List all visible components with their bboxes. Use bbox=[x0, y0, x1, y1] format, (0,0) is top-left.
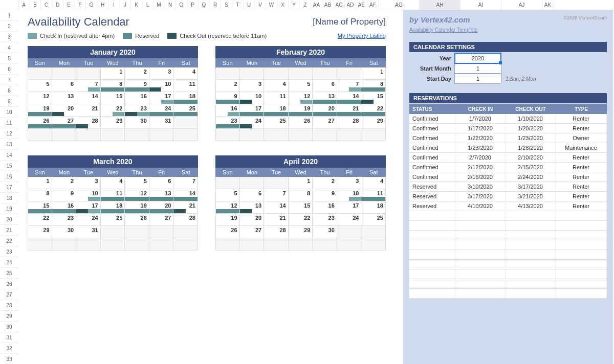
day-cell[interactable]: 23 bbox=[313, 214, 337, 226]
day-cell[interactable]: 1 bbox=[101, 67, 125, 80]
day-cell[interactable]: 8 bbox=[28, 189, 52, 201]
day-cell[interactable]: 14 bbox=[264, 201, 289, 214]
row-header-19[interactable]: 19 bbox=[0, 203, 18, 214]
day-cell[interactable]: 4 bbox=[101, 177, 125, 189]
reservation-row[interactable]: Confirmed1/7/20201/10/2020Renter bbox=[409, 114, 607, 124]
property-listing-link[interactable]: My Property Listing bbox=[338, 33, 386, 39]
reservation-row[interactable]: Reserved3/17/20203/21/2020Renter bbox=[409, 192, 607, 201]
day-cell[interactable] bbox=[173, 238, 198, 251]
row-header-11[interactable]: 11 bbox=[0, 118, 18, 128]
day-cell[interactable]: 17 bbox=[76, 201, 101, 214]
day-cell[interactable]: 5 bbox=[289, 80, 313, 92]
row-header-8[interactable]: 8 bbox=[0, 85, 18, 96]
reservation-row[interactable]: Confirmed2/12/20202/15/2020Renter bbox=[409, 163, 607, 172]
day-cell[interactable]: 11 bbox=[361, 189, 386, 201]
column-header-W[interactable]: W bbox=[266, 0, 277, 10]
column-header-O[interactable]: O bbox=[176, 0, 187, 10]
day-cell[interactable]: 21 bbox=[337, 104, 362, 117]
day-cell[interactable]: 19 bbox=[215, 214, 240, 226]
column-header-AK[interactable]: AK bbox=[542, 0, 554, 10]
day-cell[interactable] bbox=[337, 67, 362, 80]
day-cell[interactable]: 23 bbox=[52, 214, 77, 226]
day-cell[interactable] bbox=[28, 129, 52, 141]
row-header-12[interactable]: 12 bbox=[0, 128, 18, 139]
day-cell[interactable]: 30 bbox=[313, 226, 337, 238]
day-cell[interactable]: 23 bbox=[215, 117, 240, 129]
day-cell[interactable]: 26 bbox=[289, 117, 313, 129]
day-cell[interactable] bbox=[149, 129, 174, 141]
column-header-AB[interactable]: AB bbox=[322, 0, 334, 10]
day-cell[interactable]: 26 bbox=[28, 117, 52, 129]
day-cell[interactable]: 27 bbox=[240, 226, 265, 238]
column-header-N[interactable]: N bbox=[165, 0, 176, 10]
day-cell[interactable]: 12 bbox=[28, 92, 52, 104]
day-cell[interactable]: 2 bbox=[313, 177, 337, 189]
day-cell[interactable]: 13 bbox=[313, 92, 337, 104]
day-cell[interactable]: 13 bbox=[149, 189, 174, 201]
row-header-22[interactable]: 22 bbox=[0, 236, 18, 246]
day-cell[interactable]: 25 bbox=[173, 104, 198, 117]
column-header-K[interactable]: K bbox=[131, 0, 142, 10]
day-cell[interactable] bbox=[215, 67, 240, 80]
column-header-S[interactable]: S bbox=[221, 0, 232, 10]
column-header-Z[interactable]: Z bbox=[300, 0, 311, 10]
day-cell[interactable] bbox=[215, 238, 240, 251]
day-cell[interactable] bbox=[264, 238, 289, 251]
row-header-6[interactable]: 6 bbox=[0, 64, 18, 75]
day-cell[interactable] bbox=[361, 129, 386, 141]
day-cell[interactable] bbox=[313, 238, 337, 251]
column-header-L[interactable]: L bbox=[142, 0, 154, 10]
row-header-29[interactable]: 29 bbox=[0, 311, 18, 322]
day-cell[interactable]: 21 bbox=[264, 214, 289, 226]
day-cell[interactable]: 4 bbox=[173, 67, 198, 80]
day-cell[interactable]: 2 bbox=[52, 177, 77, 189]
day-cell[interactable]: 27 bbox=[149, 214, 174, 226]
day-cell[interactable]: 3 bbox=[76, 177, 101, 189]
column-header-G[interactable]: G bbox=[86, 0, 97, 10]
day-cell[interactable]: 9 bbox=[313, 189, 337, 201]
day-cell[interactable]: 19 bbox=[125, 201, 149, 214]
row-header-15[interactable]: 15 bbox=[0, 161, 18, 171]
day-cell[interactable] bbox=[240, 129, 265, 141]
reservation-row[interactable]: Reserved4/10/20204/13/2020Renter bbox=[409, 201, 607, 211]
day-cell[interactable]: 9 bbox=[52, 189, 77, 201]
reservation-row-empty[interactable] bbox=[409, 221, 607, 231]
day-cell[interactable]: 29 bbox=[101, 117, 125, 129]
day-cell[interactable] bbox=[149, 226, 174, 238]
day-cell[interactable]: 1 bbox=[28, 177, 52, 189]
day-cell[interactable] bbox=[52, 67, 77, 80]
day-cell[interactable]: 26 bbox=[125, 214, 149, 226]
day-cell[interactable]: 31 bbox=[149, 117, 174, 129]
day-cell[interactable]: 13 bbox=[240, 201, 265, 214]
row-header-4[interactable]: 4 bbox=[0, 42, 18, 53]
day-cell[interactable]: 8 bbox=[289, 189, 313, 201]
reservation-row[interactable]: Confirmed2/16/20202/24/2020Renter bbox=[409, 172, 607, 182]
row-header-14[interactable]: 14 bbox=[0, 150, 18, 161]
column-header-D[interactable]: D bbox=[52, 0, 63, 10]
day-cell[interactable] bbox=[264, 67, 289, 80]
start-month-input[interactable]: 1 bbox=[454, 63, 501, 74]
reservation-row[interactable]: Confirmed2/7/20202/10/2020Renter bbox=[409, 153, 607, 163]
reservation-row[interactable]: Reserved3/10/20203/17/2020Renter bbox=[409, 182, 607, 192]
day-cell[interactable] bbox=[28, 238, 52, 251]
column-header-T[interactable]: T bbox=[232, 0, 244, 10]
day-cell[interactable]: 9 bbox=[125, 80, 149, 92]
day-cell[interactable]: 17 bbox=[240, 104, 265, 117]
row-header-30[interactable]: 30 bbox=[0, 322, 18, 332]
column-header-C[interactable]: C bbox=[41, 0, 52, 10]
day-cell[interactable]: 19 bbox=[28, 104, 52, 117]
day-cell[interactable]: 25 bbox=[101, 214, 125, 226]
column-header-AI[interactable]: AI bbox=[461, 0, 501, 10]
day-cell[interactable]: 4 bbox=[361, 177, 386, 189]
day-cell[interactable]: 10 bbox=[337, 189, 362, 201]
day-cell[interactable]: 28 bbox=[264, 226, 289, 238]
day-cell[interactable]: 12 bbox=[289, 92, 313, 104]
column-header-H[interactable]: H bbox=[97, 0, 108, 10]
day-cell[interactable]: 5 bbox=[215, 189, 240, 201]
row-header-31[interactable]: 31 bbox=[0, 332, 18, 343]
day-cell[interactable]: 1 bbox=[361, 67, 386, 80]
day-cell[interactable]: 27 bbox=[313, 117, 337, 129]
day-cell[interactable]: 16 bbox=[215, 104, 240, 117]
reservation-row-empty[interactable] bbox=[409, 250, 607, 260]
day-cell[interactable]: 1 bbox=[289, 177, 313, 189]
